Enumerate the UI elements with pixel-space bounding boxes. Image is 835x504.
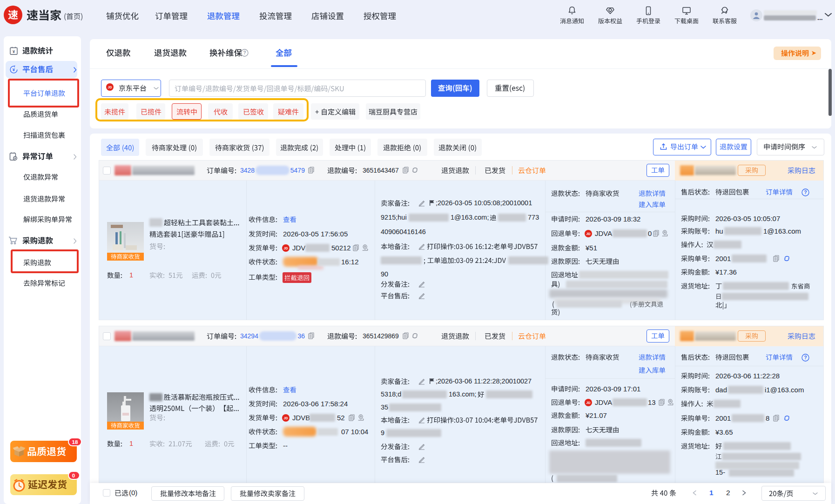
svg-text:?: ? [243, 50, 246, 55]
svg-text:JD: JD [108, 86, 112, 89]
svg-text:JD: JD [284, 417, 288, 420]
svg-text:JD: JD [284, 247, 288, 250]
svg-text:¥: ¥ [13, 49, 15, 54]
svg-text:JD: JD [586, 401, 591, 404]
svg-text:?: ? [804, 190, 807, 195]
svg-text:¥: ¥ [13, 67, 15, 72]
svg-text:?: ? [804, 355, 807, 360]
svg-text:JD: JD [586, 232, 591, 235]
